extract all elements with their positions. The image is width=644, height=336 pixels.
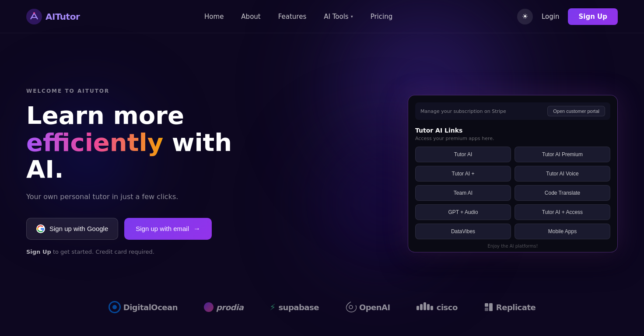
nav-features[interactable]: Features: [278, 13, 307, 21]
nav-home[interactable]: Home: [204, 13, 224, 21]
hero-section: WELCOME TO AITUTOR Learn more efficientl…: [0, 33, 644, 292]
screenshot-topbar: Manage your subscription on Stripe Open …: [415, 102, 610, 120]
screenshot-app-button[interactable]: Code Translate: [514, 185, 610, 201]
nav-right: ☀ Login Sign Up: [517, 8, 618, 25]
signup-email-button[interactable]: Sign up with email →: [124, 218, 212, 240]
hero-left: WELCOME TO AITUTOR Learn more efficientl…: [26, 88, 271, 255]
hero-subtitle: Your own personal tutor in just a few cl…: [26, 192, 271, 202]
nav-login-link[interactable]: Login: [542, 13, 559, 21]
hero-title: Learn more efficiently with AI.: [26, 102, 271, 183]
chevron-down-icon: ▾: [351, 14, 353, 19]
svg-rect-7: [427, 304, 430, 310]
navbar: AITutor Home About Features AI Tools ▾ P…: [0, 0, 644, 33]
svg-point-3: [349, 305, 353, 309]
screenshot-section-sub: Access your premium apps here.: [415, 136, 610, 141]
screenshot-app-button[interactable]: Tutor AI Voice: [514, 166, 610, 182]
arrow-right-icon: →: [193, 225, 200, 233]
signup-note: Sign Up to get started. Credit card requ…: [26, 248, 271, 255]
screenshot-footer: Enjoy the AI platforms!: [415, 244, 610, 248]
partners-section: DigitalOcean prodia ⚡ supabase OpenAI ci…: [0, 292, 644, 322]
svg-rect-6: [424, 302, 426, 310]
svg-rect-5: [420, 304, 423, 310]
hero-buttons: Sign up with Google Sign up with email →: [26, 218, 271, 240]
screenshot-app-button[interactable]: Tutor AI +: [415, 166, 511, 182]
logo-icon: [26, 9, 42, 24]
partner-openai: OpenAI: [345, 301, 390, 313]
svg-rect-11: [489, 303, 493, 311]
hero-title-efficiently: efficiently: [26, 128, 163, 157]
screenshot-section-title: Tutor AI Links: [415, 127, 610, 134]
screenshot-app-button[interactable]: Tutor AI: [415, 147, 511, 162]
svg-rect-4: [416, 306, 419, 310]
product-screenshot: Manage your subscription on Stripe Open …: [408, 95, 618, 252]
nav-ai-tools[interactable]: AI Tools ▾: [324, 13, 353, 21]
svg-rect-8: [430, 306, 433, 310]
partner-cisco: cisco: [416, 302, 458, 312]
hero-right: Manage your subscription on Stripe Open …: [289, 91, 618, 252]
openai-icon: [345, 301, 357, 313]
theme-toggle-button[interactable]: ☀: [517, 9, 533, 24]
signup-google-button[interactable]: Sign up with Google: [26, 218, 118, 240]
partner-prodia: prodia: [204, 302, 243, 312]
welcome-tag: WELCOME TO AITUTOR: [26, 88, 271, 94]
svg-rect-10: [485, 308, 488, 311]
replicate-icon: [484, 302, 494, 312]
svg-rect-9: [485, 303, 488, 307]
logo-link[interactable]: AITutor: [26, 9, 80, 24]
screenshot-app-button[interactable]: Mobile Apps: [514, 224, 610, 239]
nav-pricing[interactable]: Pricing: [371, 13, 393, 21]
screenshot-app-button[interactable]: GPT + Audio: [415, 204, 511, 220]
nav-links: Home About Features AI Tools ▾ Pricing: [204, 12, 392, 21]
sun-icon: ☀: [522, 12, 528, 21]
prodia-icon: [204, 302, 214, 312]
screenshot-app-button[interactable]: Team AI: [415, 185, 511, 201]
svg-point-1: [33, 12, 35, 14]
digitalocean-icon: [108, 301, 121, 313]
svg-point-0: [26, 9, 42, 24]
partner-supabase: ⚡ supabase: [270, 302, 319, 312]
screenshot-app-button[interactable]: Tutor AI + Access: [514, 204, 610, 220]
supabase-icon: ⚡: [270, 302, 276, 312]
partner-digitalocean: DigitalOcean: [108, 301, 178, 313]
nav-signup-button[interactable]: Sign Up: [568, 8, 618, 25]
cisco-icon: [416, 302, 434, 312]
screenshot-app-button[interactable]: DataVibes: [415, 224, 511, 239]
open-portal-button[interactable]: Open customer portal: [547, 106, 605, 116]
nav-about[interactable]: About: [241, 13, 260, 21]
logo-text: AITutor: [46, 11, 80, 22]
hero-title-learn: Learn more: [26, 101, 184, 130]
screenshot-app-button[interactable]: Tutor AI Premium: [514, 147, 610, 162]
screenshot-apps-grid: Tutor AITutor AI PremiumTutor AI +Tutor …: [415, 147, 610, 239]
google-icon: [36, 224, 45, 233]
partner-replicate: Replicate: [484, 302, 536, 312]
